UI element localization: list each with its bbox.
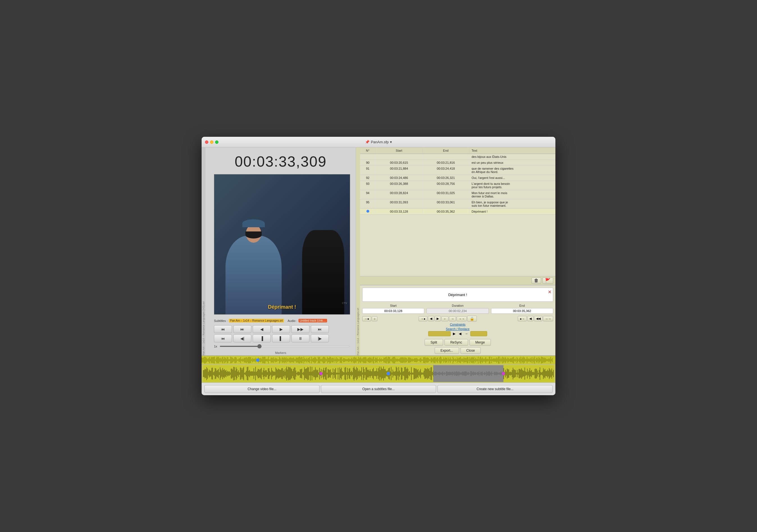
mini-tl-play-btn[interactable]: ▶ xyxy=(452,331,457,336)
back-btn[interactable]: ← xyxy=(441,316,448,321)
toolbar-delete-btn[interactable]: 🗑 xyxy=(531,277,541,284)
svg-rect-423 xyxy=(205,369,206,378)
svg-rect-714 xyxy=(449,372,450,375)
svg-rect-794 xyxy=(516,372,517,374)
end-snap-btn[interactable]: ◀ xyxy=(527,316,533,321)
minimize-button[interactable] xyxy=(210,141,213,144)
fwd-btn[interactable]: → xyxy=(449,316,456,321)
end-fwd-btn[interactable]: →→ xyxy=(543,316,553,321)
pause-btn[interactable]: ⏸ xyxy=(291,334,309,342)
timing-end-input[interactable] xyxy=(491,308,553,314)
split-button[interactable]: Split xyxy=(425,339,443,346)
table-row[interactable]: 9400:03:28,82400:03:31,025Mon futur est … xyxy=(360,190,556,200)
close-button[interactable] xyxy=(205,141,208,144)
svg-rect-491 xyxy=(263,370,263,377)
table-row[interactable]: 9200:03:24,48600:03:26,321Oui, l'argent … xyxy=(360,175,556,181)
right-panel-label: Pan Am – 1x14 – Romance Languages.srt xyxy=(356,147,360,355)
svg-rect-151 xyxy=(328,358,328,362)
svg-rect-153 xyxy=(330,357,330,363)
svg-rect-348 xyxy=(494,359,495,361)
svg-rect-16 xyxy=(214,357,215,364)
table-row[interactable]: 00:03:33,12800:03:35,362Déprimant ! xyxy=(360,209,556,215)
svg-rect-311 xyxy=(463,359,463,361)
svg-rect-643 xyxy=(391,367,391,380)
mark-in-btn[interactable]: ▐ xyxy=(253,334,271,342)
play-from-start-btn[interactable]: →● xyxy=(419,316,428,321)
fast-forward-btn[interactable]: ▶▶ xyxy=(291,325,309,333)
open-subtitles-btn[interactable]: Open a subtitles file... xyxy=(321,385,436,393)
svg-rect-317 xyxy=(468,357,469,362)
svg-rect-565 xyxy=(325,368,326,379)
mini-tl-fwd-btn[interactable]: → xyxy=(464,331,469,336)
svg-rect-376 xyxy=(518,359,518,362)
table-row[interactable]: 9000:03:20,61500:03:21,816est un peu plu… xyxy=(360,160,556,166)
prev-frame-btn[interactable]: ◀ xyxy=(428,316,434,321)
svg-rect-605 xyxy=(359,369,359,377)
table-row[interactable]: 9500:03:31,09300:03:33,061Eh bien, je su… xyxy=(360,200,556,209)
end-back-btn[interactable]: ◀◀ xyxy=(534,316,542,321)
table-row[interactable]: 9300:03:26,38800:03:28,756L'argent dont … xyxy=(360,181,556,190)
play-btn[interactable]: ▶ xyxy=(272,325,290,333)
svg-rect-427 xyxy=(209,369,209,377)
waveform-detail[interactable] xyxy=(203,365,554,382)
toolbar-flag-btn[interactable]: 🚩 xyxy=(542,277,553,284)
skip-to-end-btn[interactable]: ⏭ xyxy=(311,325,329,333)
merge-button[interactable]: Merge xyxy=(469,339,491,346)
svg-rect-786 xyxy=(509,372,510,375)
cell-text: Oui, l'argent l'est aussi... xyxy=(469,175,556,181)
svg-rect-310 xyxy=(462,359,463,362)
table-row[interactable]: des bijoux aux États-Unis xyxy=(360,154,556,160)
rewind-btn[interactable]: ⏭ xyxy=(233,325,251,333)
speed-row: 1x xyxy=(214,344,350,349)
svg-rect-45 xyxy=(239,359,239,362)
svg-rect-47 xyxy=(240,357,241,363)
svg-rect-312 xyxy=(464,357,464,363)
svg-rect-768 xyxy=(495,372,495,375)
start-goto-btn[interactable]: →● xyxy=(362,316,371,321)
export-button[interactable]: Export... xyxy=(435,347,459,354)
waveform-overview[interactable] xyxy=(201,356,556,364)
svg-rect-685 xyxy=(426,369,427,378)
timing-start-input[interactable] xyxy=(362,308,424,314)
maximize-button[interactable] xyxy=(215,141,219,144)
step-back-btn[interactable]: ◀ xyxy=(253,325,271,333)
resync-button[interactable]: ReSync xyxy=(444,339,468,346)
svg-point-839 xyxy=(319,372,323,375)
create-subtitle-btn[interactable]: Create new subtitle file... xyxy=(438,385,553,393)
svg-rect-170 xyxy=(344,358,345,362)
change-video-btn[interactable]: Change video file... xyxy=(204,385,319,393)
svg-rect-291 xyxy=(446,358,446,362)
svg-rect-84 xyxy=(272,358,272,362)
svg-rect-548 xyxy=(311,372,311,376)
svg-rect-335 xyxy=(483,359,484,362)
svg-rect-64 xyxy=(255,359,255,361)
svg-rect-466 xyxy=(242,370,242,377)
end-goto-btn[interactable]: ●→ xyxy=(518,316,527,321)
svg-rect-75 xyxy=(264,357,264,363)
svg-rect-387 xyxy=(527,357,527,363)
next-sub-btn[interactable]: |▶ xyxy=(311,334,329,342)
svg-rect-308 xyxy=(460,357,461,363)
speed-slider[interactable] xyxy=(220,346,350,347)
start-snap-btn[interactable]: ○ xyxy=(372,316,378,321)
svg-rect-185 xyxy=(357,359,357,361)
constraints-link[interactable]: Constraints xyxy=(360,322,556,327)
table-row[interactable]: 9100:03:21,88400:03:24,418que de ramener… xyxy=(360,166,556,175)
goto-start-btn[interactable]: ⏮ xyxy=(214,334,232,342)
search-replace-link[interactable]: Search / Replace xyxy=(360,327,556,331)
close-button[interactable]: Close xyxy=(461,347,481,354)
svg-rect-514 xyxy=(282,368,283,379)
mark-out-btn[interactable]: ▌ xyxy=(272,334,290,342)
fwd2-btn[interactable]: →→ xyxy=(457,316,467,321)
svg-rect-253 xyxy=(414,359,414,362)
skip-to-start-btn[interactable]: ⏮ xyxy=(214,325,232,333)
play-mid-btn[interactable]: ▶ xyxy=(435,316,441,321)
subtitle-delete-icon[interactable]: ✕ xyxy=(548,289,552,295)
svg-rect-32 xyxy=(228,357,228,362)
mini-tl-back-btn[interactable]: ◀ xyxy=(458,331,463,336)
svg-rect-691 xyxy=(431,367,432,380)
svg-rect-601 xyxy=(355,370,356,377)
prev-sub-btn[interactable]: ◀| xyxy=(233,334,251,342)
mini-timeline-bar-1 xyxy=(428,331,451,336)
lock-btn[interactable]: 🔒 xyxy=(467,316,477,322)
